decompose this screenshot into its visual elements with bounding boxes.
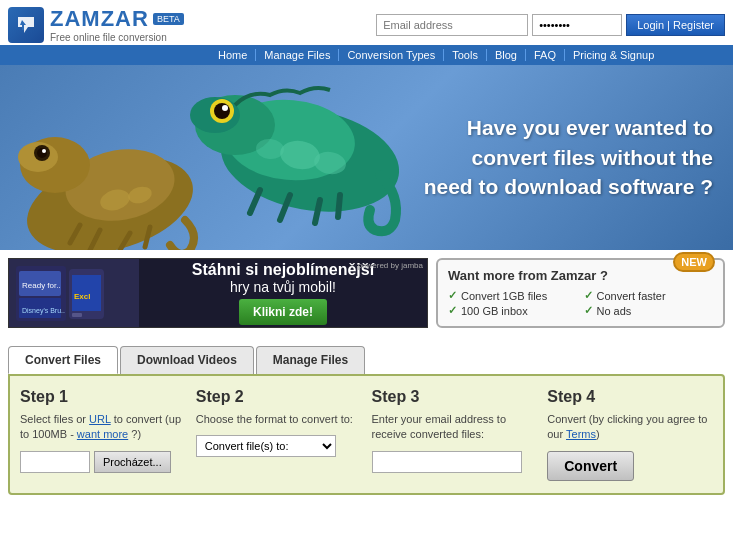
check-icon-4: ✓	[584, 304, 593, 317]
svg-rect-27	[72, 313, 82, 317]
hero-image	[0, 65, 420, 250]
tabs-area: Convert Files Download Videos Manage Fil…	[0, 336, 733, 374]
ad-button[interactable]: Klikni zde!	[239, 299, 327, 325]
promo-box: NEW Want more from Zamzar ? ✓ Convert 1G…	[436, 258, 725, 328]
step-2: Step 2 Choose the format to convert to: …	[196, 388, 362, 481]
tab-bar: Convert Files Download Videos Manage Fil…	[8, 346, 725, 374]
promo-feature-label-3: 100 GB inbox	[461, 305, 528, 317]
password-input[interactable]	[532, 14, 622, 36]
svg-text:Disney's Bru..: Disney's Bru..	[22, 307, 65, 315]
ad-subtitle: hry na tvůj mobil!	[149, 279, 417, 295]
browse-button[interactable]: Procházet...	[94, 451, 171, 473]
step-4-desc: Convert (by clicking you agree to our Te…	[547, 412, 713, 443]
middle-section: Excl Ready for.. Disney's Bru.. Stáhni s…	[0, 250, 733, 336]
check-icon-2: ✓	[584, 289, 593, 302]
login-register-button[interactable]: Login | Register	[626, 14, 725, 36]
logo-name: ZAMZAR	[50, 6, 149, 32]
promo-feature-1: ✓ Convert 1GB files	[448, 289, 578, 302]
promo-feature-label-1: Convert 1GB files	[461, 290, 547, 302]
step-1-desc: Select files or URL to convert (up to 10…	[20, 412, 186, 443]
nav-faq[interactable]: FAQ	[526, 49, 565, 61]
hero-banner: Have you ever wanted to convert files wi…	[0, 65, 733, 250]
logo-title: ZAMZAR BETA	[50, 6, 184, 32]
promo-features: ✓ Convert 1GB files ✓ Convert faster ✓ 1…	[448, 289, 713, 317]
logo-beta: BETA	[153, 13, 184, 25]
url-link[interactable]: URL	[89, 413, 111, 425]
email-field[interactable]	[372, 451, 522, 473]
terms-link[interactable]: Terms	[566, 428, 596, 440]
promo-feature-3: ✓ 100 GB inbox	[448, 304, 578, 317]
step-4: Step 4 Convert (by clicking you agree to…	[547, 388, 713, 481]
step-3-input	[372, 451, 538, 473]
step-3-title: Step 3	[372, 388, 538, 406]
tab-convert-files[interactable]: Convert Files	[8, 346, 118, 374]
step-1-title: Step 1	[20, 388, 186, 406]
format-select[interactable]: Convert file(s) to:	[196, 435, 336, 457]
nav-pricing[interactable]: Pricing & Signup	[565, 49, 662, 61]
svg-point-8	[42, 149, 46, 153]
svg-point-7	[37, 148, 47, 158]
email-input[interactable]	[376, 14, 528, 36]
step-1: Step 1 Select files or URL to convert (u…	[20, 388, 186, 481]
nav-conversion-types[interactable]: Conversion Types	[339, 49, 444, 61]
promo-feature-2: ✓ Convert faster	[584, 289, 714, 302]
step-2-title: Step 2	[196, 388, 362, 406]
hero-text: Have you ever wanted to convert files wi…	[420, 113, 733, 201]
svg-text:Excl: Excl	[74, 292, 90, 301]
promo-feature-label-4: No ads	[597, 305, 632, 317]
step-4-input: Convert	[547, 451, 713, 481]
svg-point-16	[214, 103, 230, 119]
convert-button[interactable]: Convert	[547, 451, 634, 481]
promo-title: Want more from Zamzar ?	[448, 268, 713, 283]
nav-tools[interactable]: Tools	[444, 49, 487, 61]
check-icon-3: ✓	[448, 304, 457, 317]
promo-feature-4: ✓ No ads	[584, 304, 714, 317]
nav-home[interactable]: Home	[210, 49, 256, 61]
step-3-desc: Enter your email address to receive conv…	[372, 412, 538, 443]
svg-point-17	[222, 105, 228, 111]
step-2-input: Convert file(s) to:	[196, 435, 362, 457]
header-right: Login | Register	[376, 14, 725, 36]
step-1-input: Procházet...	[20, 451, 186, 473]
tab-manage-files[interactable]: Manage Files	[256, 346, 365, 374]
step-4-title: Step 4	[547, 388, 713, 406]
ad-image: Excl Ready for.. Disney's Bru..	[9, 258, 139, 328]
logo-area: ZAMZAR BETA Free online file conversion	[8, 6, 184, 43]
step-2-desc: Choose the format to convert to:	[196, 412, 362, 427]
promo-new-badge: NEW	[673, 252, 715, 272]
logo-icon	[8, 7, 44, 43]
file-text-input[interactable]	[20, 451, 90, 473]
check-icon-1: ✓	[448, 289, 457, 302]
svg-text:Ready for..: Ready for..	[22, 281, 61, 290]
ad-powered-by: powered by jamba	[358, 261, 423, 270]
chameleon-illustration	[0, 65, 420, 250]
logo-text-area: ZAMZAR BETA Free online file conversion	[50, 6, 184, 43]
tab-download-videos[interactable]: Download Videos	[120, 346, 254, 374]
ad-banner: Excl Ready for.. Disney's Bru.. Stáhni s…	[8, 258, 428, 328]
nav-blog[interactable]: Blog	[487, 49, 526, 61]
ad-content: Stáhni si nejoblímenější hry na tvůj mob…	[139, 261, 427, 325]
logo-subtitle: Free online file conversion	[50, 32, 184, 43]
header: ZAMZAR BETA Free online file conversion …	[0, 0, 733, 45]
ad-thumbnails: Excl Ready for.. Disney's Bru..	[14, 261, 134, 326]
step-3: Step 3 Enter your email address to recei…	[372, 388, 538, 481]
steps-container: Step 1 Select files or URL to convert (u…	[20, 388, 713, 481]
nav-manage-files[interactable]: Manage Files	[256, 49, 339, 61]
want-more-link[interactable]: want more	[77, 428, 128, 440]
convert-panel: Step 1 Select files or URL to convert (u…	[8, 374, 725, 495]
promo-feature-label-2: Convert faster	[597, 290, 666, 302]
navigation: Home Manage Files Conversion Types Tools…	[0, 45, 733, 65]
